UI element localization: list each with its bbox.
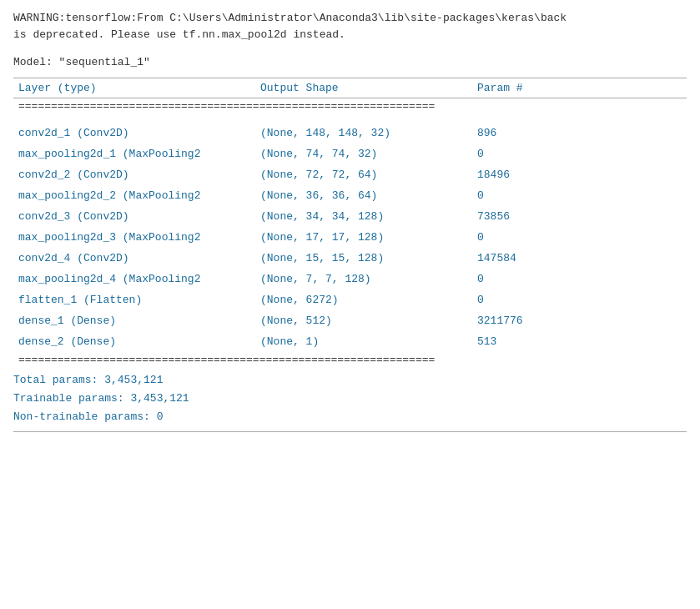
model-title: Model: "sequential_1": [13, 56, 687, 68]
layer-cell: conv2d_4 (Conv2D): [13, 248, 255, 269]
table-row: flatten_1 (Flatten)(None, 6272)0: [13, 289, 687, 310]
param-cell: 18496: [472, 164, 687, 185]
output-cell: (None, 512): [255, 310, 472, 331]
output-cell: (None, 17, 17, 128): [255, 227, 472, 248]
output-cell: (None, 36, 36, 64): [255, 185, 472, 206]
layer-cell: max_pooling2d_3 (MaxPooling2: [13, 227, 255, 248]
col-param-header: Param #: [472, 78, 687, 98]
summary-section: Total params: 3,453,121 Trainable params…: [13, 371, 687, 426]
output-cell: (None, 6272): [255, 289, 472, 310]
table-row: max_pooling2d_4 (MaxPooling2(None, 7, 7,…: [13, 269, 687, 289]
model-table: Layer (type) Output Shape Param # ======…: [13, 77, 687, 114]
table-row: dense_2 (Dense)(None, 1)513: [13, 331, 687, 352]
data-rows-container: conv2d_1 (Conv2D)(None, 148, 148, 32)896…: [13, 123, 687, 352]
table-row: conv2d_2 (Conv2D)(None, 72, 72, 64)18496: [13, 164, 687, 185]
layer-cell: conv2d_2 (Conv2D): [13, 164, 255, 185]
equals-bar-top: ========================================…: [13, 98, 687, 115]
param-cell: 0: [472, 289, 687, 310]
layer-cell: conv2d_3 (Conv2D): [13, 206, 255, 227]
table-row: max_pooling2d_2 (MaxPooling2(None, 36, 3…: [13, 185, 687, 206]
col-layer-header: Layer (type): [13, 78, 255, 98]
param-cell: 3211776: [472, 310, 687, 331]
summary-non-trainable: Non-trainable params: 0: [13, 408, 687, 426]
output-cell: (None, 7, 7, 128): [255, 269, 472, 289]
output-cell: (None, 72, 72, 64): [255, 164, 472, 185]
layer-cell: max_pooling2d_4 (MaxPooling2: [13, 269, 255, 289]
summary-total: Total params: 3,453,121: [13, 371, 687, 390]
param-cell: 0: [472, 185, 687, 206]
param-cell: 0: [472, 143, 687, 164]
param-cell: 0: [472, 227, 687, 248]
equals-row-top: ========================================…: [13, 98, 687, 115]
layer-cell: dense_1 (Dense): [13, 310, 255, 331]
output-cell: (None, 15, 15, 128): [255, 248, 472, 269]
output-cell: (None, 34, 34, 128): [255, 206, 472, 227]
layer-cell: conv2d_1 (Conv2D): [13, 123, 255, 143]
table-header: Layer (type) Output Shape Param #: [13, 78, 687, 98]
equals-bar-bottom: ========================================…: [13, 352, 687, 368]
layer-cell: dense_2 (Dense): [13, 331, 255, 352]
layer-cell: max_pooling2d_1 (MaxPooling2: [13, 143, 255, 164]
output-cell: (None, 148, 148, 32): [255, 123, 472, 143]
summary-trainable: Trainable params: 3,453,121: [13, 390, 687, 408]
output-cell: (None, 1): [255, 331, 472, 352]
warning-section: WARNING:tensorflow:From C:\Users\Adminis…: [13, 10, 687, 43]
param-cell: 73856: [472, 206, 687, 227]
layer-cell: max_pooling2d_2 (MaxPooling2: [13, 185, 255, 206]
table-row: max_pooling2d_3 (MaxPooling2(None, 17, 1…: [13, 227, 687, 248]
param-cell: 513: [472, 331, 687, 352]
output-cell: (None, 74, 74, 32): [255, 143, 472, 164]
warning-line1: WARNING:tensorflow:From C:\Users\Adminis…: [13, 10, 687, 27]
col-output-header: Output Shape: [255, 78, 472, 98]
table-row: conv2d_4 (Conv2D)(None, 15, 15, 128)1475…: [13, 248, 687, 269]
layer-cell: flatten_1 (Flatten): [13, 289, 255, 310]
table-row: conv2d_1 (Conv2D)(None, 148, 148, 32)896: [13, 123, 687, 143]
table-row: max_pooling2d_1 (MaxPooling2(None, 74, 7…: [13, 143, 687, 164]
param-cell: 896: [472, 123, 687, 143]
param-cell: 0: [472, 269, 687, 289]
warning-line2: is deprecated. Please use tf.nn.max_pool…: [13, 27, 687, 43]
param-cell: 147584: [472, 248, 687, 269]
table-row: conv2d_3 (Conv2D)(None, 34, 34, 128)7385…: [13, 206, 687, 227]
table-row: dense_1 (Dense)(None, 512)3211776: [13, 310, 687, 331]
bottom-line: [13, 431, 687, 432]
